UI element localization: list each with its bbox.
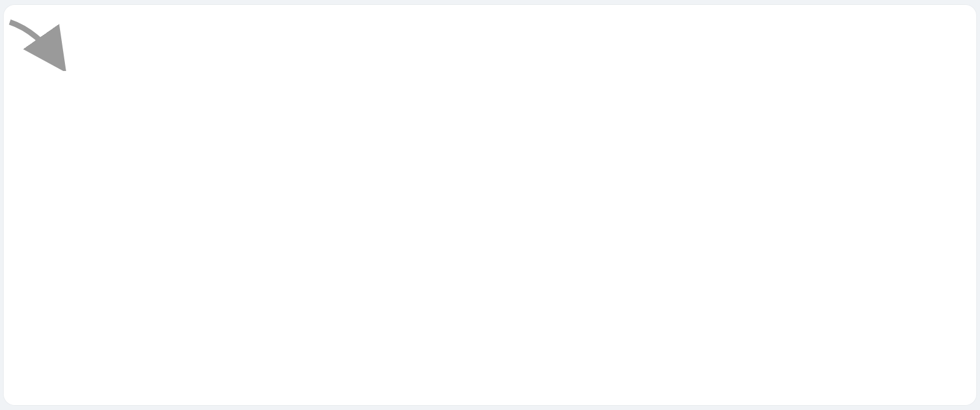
metrics-row <box>4 5 976 16</box>
chart-area <box>4 16 976 330</box>
analytics-card <box>4 5 976 405</box>
line-chart <box>4 16 976 330</box>
